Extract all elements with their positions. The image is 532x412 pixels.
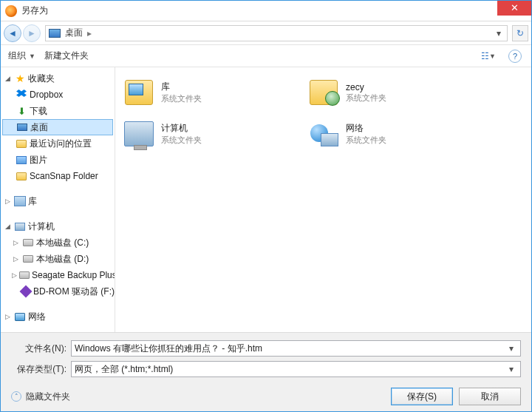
firefox-icon xyxy=(5,5,17,17)
content-pane[interactable]: 库 系统文件夹 zecy 系统文件夹 计算机 系统文件夹 xyxy=(115,67,531,332)
body: ◢ ★ 收藏夹 Dropbox ⬇ 下载 桌面 最近访问的位置 xyxy=(1,67,531,332)
filetype-select[interactable]: 网页，全部 (*.htm;*.html) ▾ xyxy=(71,361,521,377)
network-icon xyxy=(14,311,26,322)
recent-icon xyxy=(16,138,27,149)
back-button[interactable]: ◄ xyxy=(4,24,21,42)
address-bar[interactable]: 桌面 ▸ ▾ xyxy=(45,25,508,41)
sidebar-item-desktop[interactable]: 桌面 xyxy=(2,119,113,135)
save-button[interactable]: 保存(S) xyxy=(391,388,453,405)
view-options-button[interactable]: ☷ ▼ xyxy=(480,48,497,64)
sidebar-libraries[interactable]: ▷ 库 xyxy=(1,193,115,209)
libraries-icon xyxy=(14,195,26,207)
desktop-icon xyxy=(49,29,61,38)
sidebar-item-dropbox[interactable]: Dropbox xyxy=(1,87,115,103)
cancel-button[interactable]: 取消 xyxy=(459,388,521,405)
drive-icon xyxy=(22,237,34,249)
filename-input[interactable]: Windows 有哪些让你抓狂的难用点？ - 知乎.htm ▾ xyxy=(71,340,521,357)
sidebar-favorites[interactable]: ◢ ★ 收藏夹 xyxy=(1,70,115,87)
sidebar-drive-d[interactable]: ▷ 本地磁盘 (D:) xyxy=(1,251,115,267)
hide-folders-toggle[interactable]: ˄ 隐藏文件夹 xyxy=(11,391,70,403)
expand-icon[interactable]: ◢ xyxy=(4,223,12,230)
nav-bar: ◄ ► 桌面 ▸ ▾ ↻ xyxy=(1,21,531,45)
breadcrumb-separator-icon: ▸ xyxy=(87,28,92,38)
sidebar-item-recent[interactable]: 最近访问的位置 xyxy=(1,135,115,152)
star-icon: ★ xyxy=(14,72,26,84)
pictures-icon xyxy=(16,154,27,166)
chevron-up-icon: ˄ xyxy=(11,391,21,402)
organize-menu[interactable]: 组织 ▼ xyxy=(8,50,35,62)
expand-icon[interactable]: ▷ xyxy=(12,271,17,279)
bdrom-icon xyxy=(21,286,31,297)
chevron-down-icon: ▼ xyxy=(29,53,35,60)
expand-icon[interactable]: ▷ xyxy=(12,255,20,263)
item-libraries[interactable]: 库 系统文件夹 xyxy=(123,75,293,110)
sidebar-item-scansnap[interactable]: ScanSnap Folder xyxy=(1,168,115,184)
refresh-button[interactable]: ↻ xyxy=(512,25,528,41)
forward-button[interactable]: ► xyxy=(23,24,41,42)
titlebar: 另存为 ✕ xyxy=(1,1,531,21)
computer-icon xyxy=(123,118,155,150)
computer-icon xyxy=(14,220,26,232)
footer: 文件名(N): Windows 有哪些让你抓狂的难用点？ - 知乎.htm ▾ … xyxy=(1,332,531,411)
sidebar-computer[interactable]: ◢ 计算机 xyxy=(1,218,115,234)
new-folder-button[interactable]: 新建文件夹 xyxy=(44,50,89,62)
help-button[interactable]: ? xyxy=(506,48,524,64)
folder-icon xyxy=(16,170,27,182)
user-folder-icon xyxy=(307,76,340,109)
sidebar-drive-c[interactable]: ▷ 本地磁盘 (C:) xyxy=(1,234,115,251)
chevron-down-icon[interactable]: ▾ xyxy=(505,343,517,354)
expand-icon[interactable]: ◢ xyxy=(4,75,12,82)
chevron-down-icon[interactable]: ▾ xyxy=(505,364,517,374)
organize-label: 组织 xyxy=(8,50,26,62)
network-icon xyxy=(307,118,340,150)
expand-icon[interactable]: ▷ xyxy=(4,197,12,205)
filetype-label: 保存类型(T): xyxy=(11,363,66,376)
expand-icon[interactable]: ▷ xyxy=(12,239,20,246)
address-dropdown-icon[interactable]: ▾ xyxy=(494,28,504,38)
save-as-dialog: 另存为 ✕ ◄ ► 桌面 ▸ ▾ ↻ 组织 ▼ 新建文件夹 ☷ ▼ ? ◢ ★ … xyxy=(0,0,532,412)
item-network[interactable]: 网络 系统文件夹 xyxy=(307,116,477,152)
sidebar-drive-bdrom[interactable]: ▷ BD-ROM 驱动器 (F:) xyxy=(1,283,115,300)
drive-icon xyxy=(22,253,34,265)
download-icon: ⬇ xyxy=(16,105,27,117)
sidebar-network[interactable]: ▷ 网络 xyxy=(1,308,115,325)
window-title: 另存为 xyxy=(21,4,497,17)
close-button[interactable]: ✕ xyxy=(497,1,531,16)
desktop-icon xyxy=(16,121,28,133)
expand-icon[interactable]: ▷ xyxy=(4,313,12,320)
new-folder-label: 新建文件夹 xyxy=(44,50,89,62)
filename-label: 文件名(N): xyxy=(11,342,66,355)
drive-icon xyxy=(19,269,30,281)
toolbar: 组织 ▼ 新建文件夹 ☷ ▼ ? xyxy=(1,45,531,67)
item-computer[interactable]: 计算机 系统文件夹 xyxy=(123,116,293,152)
item-user[interactable]: zecy 系统文件夹 xyxy=(307,75,477,110)
libraries-icon xyxy=(123,76,155,109)
sidebar-item-pictures[interactable]: 图片 xyxy=(1,152,115,168)
dropbox-icon xyxy=(16,89,27,101)
sidebar-item-downloads[interactable]: ⬇ 下载 xyxy=(1,103,115,119)
sidebar-drive-seagate[interactable]: ▷ Seagate Backup Plus xyxy=(1,267,115,283)
breadcrumb-location: 桌面 xyxy=(65,27,83,39)
sidebar: ◢ ★ 收藏夹 Dropbox ⬇ 下载 桌面 最近访问的位置 xyxy=(1,67,115,332)
